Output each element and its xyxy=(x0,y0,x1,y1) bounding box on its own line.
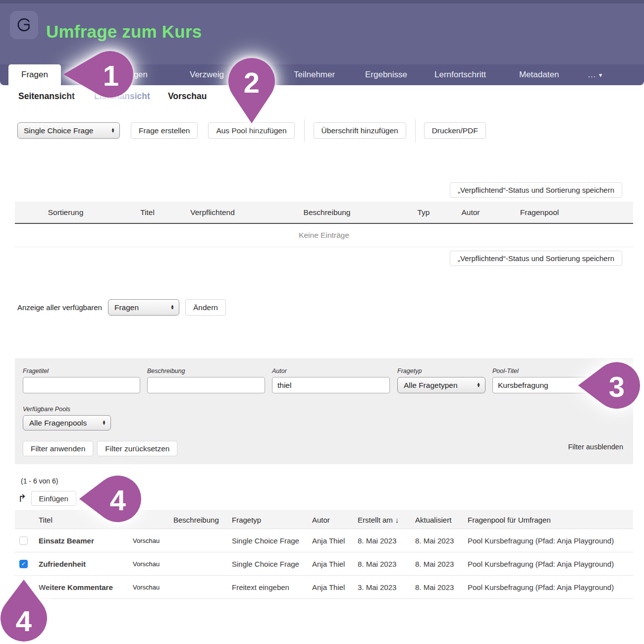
row-title: Weitere Kommentare xyxy=(35,583,129,591)
select-spinner-icon: ▲▼ xyxy=(102,421,106,426)
add-from-pool-button[interactable]: Aus Pool hinzufügen xyxy=(208,122,294,139)
tab-metadaten[interactable]: Metadaten xyxy=(519,64,559,85)
filter-label-pool-titel: Pool-Titel xyxy=(492,368,610,375)
row-title: Zufriedenheit xyxy=(35,560,129,568)
question-toolbar: Single Choice Frage ▲▼ Frage erstellen A… xyxy=(17,122,486,139)
tab-teilnehmer[interactable]: Teilnehmer xyxy=(294,64,335,85)
pool-questions-table: Titel Beschreibung Fragetyp Autor Erstel… xyxy=(15,510,633,599)
filter-fragetyp-value: Alle Fragetypen xyxy=(404,381,458,390)
row-checkbox[interactable]: ✓ xyxy=(19,583,28,591)
filter-label-verfuegbare-pools: Verfügbare Pools xyxy=(23,406,111,413)
filter-input-pool-titel[interactable] xyxy=(492,377,610,393)
row-checkbox[interactable]: ✓ xyxy=(19,537,28,545)
question-type-value: Single Choice Frage xyxy=(24,126,93,135)
filter-panel: Fragetitel Beschreibung Autor Fragetyp A… xyxy=(15,358,633,464)
row-preview-link[interactable]: Vorschau xyxy=(129,584,169,591)
window-top-edge xyxy=(0,0,644,3)
col-erstellt-am[interactable]: Erstellt am↓ xyxy=(354,516,411,524)
row-preview-link[interactable]: Vorschau xyxy=(129,537,169,544)
change-button[interactable]: Ändern xyxy=(185,299,226,316)
col-beschreibung: Beschreibung xyxy=(247,208,407,217)
col-titel: Titel xyxy=(116,208,178,217)
save-mandatory-status-button-top[interactable]: „Verpflichtend“-Status und Sortierung sp… xyxy=(450,182,622,198)
table-row: ✓ Einsatz Beamer Vorschau Single Choice … xyxy=(15,529,633,552)
col-fragetyp[interactable]: Fragetyp xyxy=(228,516,308,524)
filter-hide-link[interactable]: Filter ausblenden xyxy=(568,443,623,451)
col-autor[interactable]: Autor xyxy=(308,516,354,524)
select-spinner-icon: ▲▼ xyxy=(111,128,115,133)
col-aktualisiert[interactable]: Aktualisiert xyxy=(411,516,464,524)
col-typ: Typ xyxy=(407,208,440,217)
app-logo xyxy=(10,11,38,39)
insert-row: ↱ Einfügen xyxy=(18,491,76,506)
row-checkbox[interactable]: ✓ xyxy=(19,560,28,568)
display-selector-row: Anzeige aller verfügbaren Fragen ▲▼ Ände… xyxy=(17,299,226,316)
insert-button[interactable]: Einfügen xyxy=(31,491,76,506)
tab-fragen[interactable]: Fragen xyxy=(8,64,61,85)
tab-more-menu[interactable]: … ▾ xyxy=(588,64,602,85)
ellipsis-label: … xyxy=(588,70,596,80)
display-selector-label: Anzeige aller verfügbaren xyxy=(17,303,102,312)
filter-select-fragetyp[interactable]: Alle Fragetypen ▲▼ xyxy=(397,377,485,393)
row-author: Anja Thiel xyxy=(308,537,354,545)
pool-questions-table-header: Titel Beschreibung Fragetyp Autor Erstel… xyxy=(15,511,633,529)
col-fragenpool: Fragenpool xyxy=(501,208,578,217)
course-tab-bar: Fragen tellungen Verzweig Teilnehmer Erg… xyxy=(0,64,644,85)
row-type: Freitext eingeben xyxy=(228,583,308,591)
filter-label-autor: Autor xyxy=(272,368,390,375)
create-question-button[interactable]: Frage erstellen xyxy=(131,122,198,139)
display-type-select[interactable]: Fragen ▲▼ xyxy=(108,299,179,316)
tab-einstellungen[interactable]: tellungen xyxy=(113,64,148,85)
result-count: (1 - 6 von 6) xyxy=(21,477,58,485)
tab-verzweigungen[interactable]: Verzweig xyxy=(190,64,224,85)
filter-label-fragetitel: Fragetitel xyxy=(23,368,140,375)
question-type-select[interactable]: Single Choice Frage ▲▼ xyxy=(17,122,120,139)
svg-text:4: 4 xyxy=(16,605,32,637)
row-created: 8. Mai 2023 xyxy=(354,560,411,568)
empty-table-message: Keine Einträge xyxy=(15,224,633,247)
filter-label-beschreibung: Beschreibung xyxy=(147,368,265,375)
subtab-listenansicht[interactable]: Listenansicht xyxy=(94,91,150,102)
page-title: Umfrage zum Kurs xyxy=(46,22,202,42)
tab-ergebnisse[interactable]: Ergebnisse xyxy=(365,64,407,85)
app-header: Umfrage zum Kurs Fragen tellungen Verzwe… xyxy=(0,0,644,85)
sort-desc-icon: ↓ xyxy=(395,516,399,524)
row-title: Einsatz Beamer xyxy=(35,537,129,545)
subtab-seitenansicht[interactable]: Seitenansicht xyxy=(18,91,75,102)
row-author: Anja Thiel xyxy=(308,560,354,568)
insert-arrow-icon: ↱ xyxy=(18,493,27,503)
select-spinner-icon: ▲▼ xyxy=(477,383,481,388)
logo-g-icon xyxy=(15,16,34,35)
filter-select-pools[interactable]: Alle Fragenpools ▲▼ xyxy=(23,415,111,430)
row-updated: 8. Mai 2023 xyxy=(411,560,464,568)
select-spinner-icon: ▲▼ xyxy=(170,305,174,310)
filter-input-autor[interactable] xyxy=(272,377,390,393)
col-verpflichtend: Verpflichtend xyxy=(178,208,247,217)
filter-input-fragetitel[interactable] xyxy=(23,377,140,393)
table-row: ✓ Zufriedenheit Vorschau Single Choice F… xyxy=(15,552,633,576)
row-type: Single Choice Frage xyxy=(228,560,308,568)
tab-lernfortschritt[interactable]: Lernfortschritt xyxy=(434,64,486,85)
filter-reset-button[interactable]: Filter zurücksetzen xyxy=(97,441,177,456)
filter-pools-value: Alle Fragenpools xyxy=(29,419,87,428)
table-row: ✓ Weitere Kommentare Vorschau Freitext e… xyxy=(15,576,633,599)
row-preview-link[interactable]: Vorschau xyxy=(129,560,169,568)
filter-apply-button[interactable]: Filter anwenden xyxy=(23,441,93,456)
row-author: Anja Thiel xyxy=(308,583,354,591)
chevron-down-icon: ▾ xyxy=(599,71,602,79)
toolbar-divider xyxy=(415,119,416,142)
filter-input-beschreibung[interactable] xyxy=(147,377,265,393)
save-mandatory-status-button-bottom[interactable]: „Verpflichtend“-Status und Sortierung sp… xyxy=(450,251,622,266)
view-switcher: Seitenansicht Listenansicht Vorschau xyxy=(0,85,644,107)
col-beschreibung[interactable]: Beschreibung xyxy=(169,516,228,524)
add-heading-button[interactable]: Überschrift hinzufügen xyxy=(314,122,406,139)
col-titel[interactable]: Titel xyxy=(35,516,129,524)
row-updated: 8. Mai 2023 xyxy=(411,537,464,545)
subtab-vorschau[interactable]: Vorschau xyxy=(168,91,207,102)
row-pool: Pool Kursbefragung (Pfad: Anja Playgroun… xyxy=(464,583,633,591)
print-pdf-button[interactable]: Drucken/PDF xyxy=(424,122,486,139)
col-fragenpool-umfragen[interactable]: Fragenpool für Umfragen xyxy=(464,516,633,524)
row-type: Single Choice Frage xyxy=(228,537,308,545)
row-created: 8. Mai 2023 xyxy=(354,537,411,545)
row-pool: Pool Kursbefragung (Pfad: Anja Playgroun… xyxy=(464,560,633,568)
